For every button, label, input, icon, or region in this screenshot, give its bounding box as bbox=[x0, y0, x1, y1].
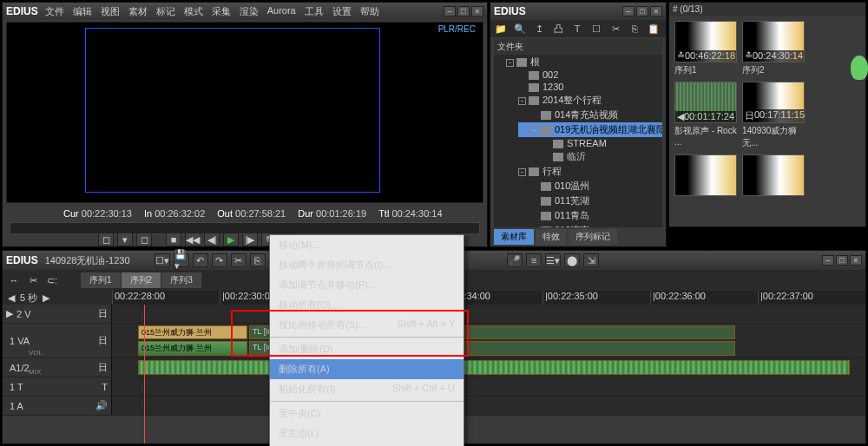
playhead[interactable] bbox=[144, 305, 145, 443]
cut-tl-button[interactable]: ✂ bbox=[231, 253, 247, 267]
tree-item[interactable]: -2014整个行程 bbox=[518, 93, 662, 108]
play-button[interactable]: ▶ bbox=[223, 233, 239, 246]
next-button[interactable]: |▶ bbox=[242, 233, 258, 246]
sequence-tab[interactable]: 序列2 bbox=[122, 272, 161, 288]
project-tab[interactable]: 特效 bbox=[536, 229, 567, 245]
maximize-button[interactable]: □ bbox=[457, 6, 470, 16]
maximize-button-2[interactable]: □ bbox=[636, 6, 648, 16]
clip[interactable] bbox=[138, 360, 850, 375]
tree-item[interactable]: 临沂 bbox=[518, 149, 662, 164]
mark-out-button[interactable]: ◻ bbox=[136, 233, 152, 246]
render-button[interactable]: ⬤ bbox=[564, 253, 580, 267]
sequence-tab[interactable]: 序列1 bbox=[81, 272, 121, 288]
new-seq-button[interactable]: ☐▾ bbox=[155, 253, 170, 267]
context-menu-item[interactable]: 移动两个并排的调节点(I)... bbox=[270, 255, 464, 275]
track-body[interactable]: 015兰州威力狮·兰州TL [In:00:00:30:10 Out:00:00:… bbox=[112, 324, 865, 357]
bin-thumb[interactable] bbox=[742, 154, 805, 196]
context-menu-item[interactable]: 移动所有(O)... bbox=[270, 295, 464, 315]
project-tab[interactable]: 素材库 bbox=[494, 229, 534, 245]
menu-文件[interactable]: 文件 bbox=[45, 5, 64, 18]
project-tab[interactable]: 序列标记 bbox=[569, 229, 617, 245]
expand-toggle[interactable]: - bbox=[518, 97, 526, 105]
minimize-button[interactable]: – bbox=[444, 6, 456, 16]
clip[interactable]: 015兰州威力狮·兰州 bbox=[138, 341, 247, 356]
tool1-button[interactable]: ≡ bbox=[526, 253, 542, 267]
stop-button[interactable]: ■ bbox=[166, 233, 181, 246]
bin-thumb[interactable]: 日00:17:11:15140930威力狮无... bbox=[742, 82, 805, 149]
menu-素材[interactable]: 素材 bbox=[128, 5, 148, 18]
menu-采集[interactable]: 采集 bbox=[212, 5, 231, 18]
close-button[interactable]: × bbox=[471, 6, 483, 16]
save-button[interactable]: 💾▾ bbox=[174, 253, 189, 267]
tree-item[interactable]: -019无机油视频组湖北襄阳 bbox=[518, 122, 662, 137]
menu-渲染[interactable]: 渲染 bbox=[240, 5, 259, 18]
track-body[interactable] bbox=[112, 358, 865, 377]
tree-item[interactable]: 012济南 bbox=[518, 223, 662, 227]
undo-button[interactable]: ↶ bbox=[193, 253, 208, 267]
prev-button[interactable]: ◀| bbox=[204, 233, 220, 246]
menu-设置[interactable]: 设置 bbox=[332, 5, 352, 18]
menu-标记[interactable]: 标记 bbox=[156, 5, 175, 18]
redo-button[interactable]: ↷ bbox=[212, 253, 227, 267]
tree-item[interactable]: 010温州 bbox=[518, 179, 662, 193]
search-icon[interactable]: 🔍 bbox=[513, 23, 527, 35]
expand-toggle[interactable]: - bbox=[518, 168, 526, 176]
rew-button[interactable]: ◀◀ bbox=[185, 233, 201, 246]
context-menu-item[interactable]: 初始化所有(I)Shift + Ctrl + U bbox=[270, 379, 464, 399]
tree-item[interactable]: STREAM bbox=[518, 137, 662, 149]
context-menu-item[interactable]: 移动(M)... bbox=[270, 235, 464, 255]
menu-模式[interactable]: 模式 bbox=[184, 5, 203, 18]
scale-left-button[interactable]: ◀ bbox=[8, 292, 15, 304]
track-body[interactable] bbox=[112, 305, 865, 323]
context-menu-item[interactable]: 添加/删除(D) bbox=[270, 339, 464, 359]
tree-item[interactable]: 011青岛 bbox=[518, 208, 662, 223]
magnet-icon[interactable]: ⊂: bbox=[44, 273, 60, 287]
bin-thumb[interactable] bbox=[674, 154, 737, 196]
track-body[interactable] bbox=[112, 397, 865, 415]
bin-thumb[interactable]: ≛00:46:22:18序列1 bbox=[674, 21, 737, 76]
folder-icon[interactable]: 📁 bbox=[494, 23, 508, 35]
expand-toggle[interactable]: - bbox=[506, 59, 514, 67]
bin-thumb[interactable]: ≛00:24:30:14序列2 bbox=[742, 21, 805, 76]
track-header[interactable]: 1 A🔊 bbox=[3, 397, 112, 415]
tree-item[interactable]: 1230 bbox=[518, 81, 662, 93]
track-header[interactable]: 1 TT bbox=[3, 377, 112, 396]
menu-帮助[interactable]: 帮助 bbox=[360, 5, 379, 18]
expand-toggle[interactable]: - bbox=[530, 127, 538, 134]
cut-icon[interactable]: ✂ bbox=[608, 23, 622, 35]
tl-close-button[interactable]: × bbox=[850, 255, 862, 266]
snap-icon[interactable]: ✂ bbox=[25, 273, 41, 287]
close-button-2[interactable]: × bbox=[650, 6, 662, 16]
context-menu-item[interactable]: 删除所有(A) bbox=[270, 359, 464, 379]
export-button[interactable]: ⇲ bbox=[583, 253, 599, 267]
root-folder[interactable]: 根 bbox=[530, 56, 540, 67]
context-menu[interactable]: 移动(M)...移动两个并排的调节点(I)...添加调节点并移动(P)...移动… bbox=[269, 234, 464, 446]
tree-item[interactable]: 002 bbox=[518, 69, 662, 81]
new-icon[interactable]: ☐ bbox=[589, 23, 603, 35]
mark-button[interactable]: ▾ bbox=[117, 233, 133, 246]
track-header[interactable]: A1/2日MIX bbox=[3, 358, 112, 377]
tree-item[interactable]: 011芜湖 bbox=[518, 193, 662, 208]
bin-thumb[interactable]: ◀00:01:17:24影视原声 - Rock ... bbox=[674, 82, 737, 149]
menu-视图[interactable]: 视图 bbox=[101, 5, 120, 18]
paste-icon[interactable]: 📋 bbox=[647, 23, 661, 35]
mark-in-button[interactable]: ◻ bbox=[98, 233, 114, 246]
import-icon[interactable]: 凸 bbox=[551, 23, 565, 35]
tree-item[interactable]: -行程 bbox=[518, 164, 662, 179]
timeline-ruler[interactable]: 00:22:28:00|00:22:30:00|00:22:32:00|00:2… bbox=[112, 291, 865, 305]
mic-button[interactable]: 🎤 bbox=[507, 253, 523, 267]
clip[interactable]: 015兰州威力狮·兰州 bbox=[138, 325, 247, 339]
tl-minimize-button[interactable]: – bbox=[822, 255, 834, 266]
up-icon[interactable]: ↥ bbox=[532, 23, 546, 35]
scale-right-button[interactable]: ▶ bbox=[43, 292, 49, 304]
copy-icon[interactable]: ⎘ bbox=[628, 23, 641, 35]
track-body[interactable] bbox=[112, 377, 865, 396]
context-menu-item[interactable]: 添加调节点并移动(P)... bbox=[270, 275, 464, 295]
tree-item[interactable]: 014青充站视频 bbox=[518, 108, 662, 122]
tool2-button[interactable]: ☰▾ bbox=[545, 253, 561, 267]
menu-Aurora[interactable]: Aurora bbox=[267, 5, 296, 18]
menu-编辑[interactable]: 编辑 bbox=[73, 5, 92, 18]
track-header[interactable]: 1 VA日VOL bbox=[3, 324, 112, 357]
copy-tl-button[interactable]: ⎘ bbox=[250, 253, 266, 267]
text-icon[interactable]: T bbox=[570, 23, 584, 35]
